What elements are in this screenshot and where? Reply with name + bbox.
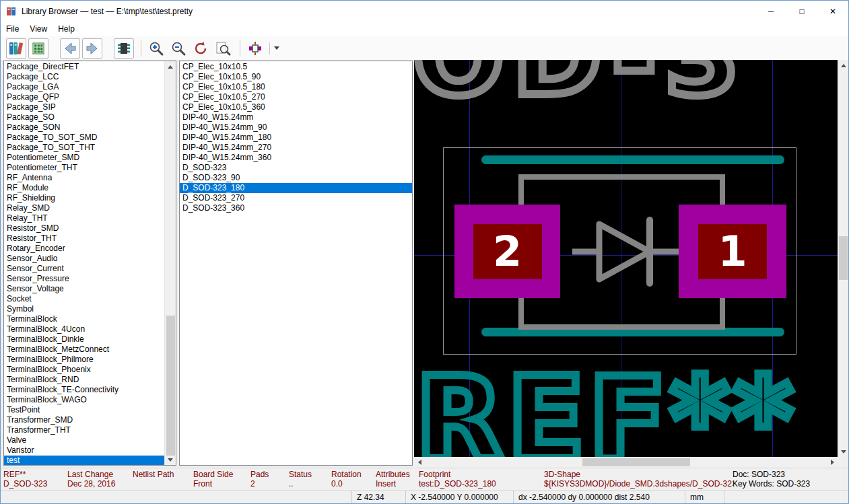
select-library-button[interactable] xyxy=(6,38,26,59)
scroll-up-arrow[interactable] xyxy=(838,60,849,71)
footprint-item[interactable]: CP_Elec_10x10.5_180 xyxy=(180,82,412,92)
footprint-item[interactable]: D_SOD-323_90 xyxy=(180,173,412,183)
library-list-scrollbar[interactable] xyxy=(164,61,176,465)
close-button[interactable]: ✕ xyxy=(817,1,848,22)
library-item[interactable]: Package_SON xyxy=(4,122,164,133)
pad-2[interactable]: 2 xyxy=(454,205,560,298)
minimize-button[interactable]: ─ xyxy=(755,1,786,22)
status-field: Footprint test:D_SOD-323_180 xyxy=(419,470,544,489)
coordbar-spacer xyxy=(1,491,351,504)
scroll-thumb[interactable] xyxy=(582,458,690,466)
library-item[interactable]: Transformer_SMD xyxy=(4,415,164,425)
title-bar[interactable]: Library Browser — test — E:\tmp\test\tes… xyxy=(1,1,848,22)
status-label: Doc: SOD-323 xyxy=(733,470,846,479)
footprint-item[interactable]: CP_Elec_10x10.5_90 xyxy=(180,72,412,82)
library-item[interactable]: TerminalBlock_WAGO xyxy=(4,395,164,405)
scroll-thumb[interactable] xyxy=(166,316,175,456)
redraw-view-button[interactable] xyxy=(191,38,211,59)
scroll-up-arrow[interactable] xyxy=(165,61,176,72)
select-footprint-button[interactable] xyxy=(28,38,48,59)
menu-item[interactable]: File xyxy=(1,22,24,36)
library-item[interactable]: Package_TO_SOT_THT xyxy=(4,143,164,153)
library-item[interactable]: Sensor_Audio xyxy=(4,254,164,264)
library-item[interactable]: TerminalBlock_Phoenix xyxy=(4,365,164,375)
footprint-item[interactable]: DIP-40_W15.24mm xyxy=(180,112,412,122)
footprint-item[interactable]: D_SOD-323_180 xyxy=(180,183,412,193)
library-item[interactable]: TerminalBlock_RND xyxy=(4,375,164,385)
library-item[interactable]: Package_SIP xyxy=(4,102,164,112)
menu-item[interactable]: Help xyxy=(53,22,80,36)
library-item[interactable]: Rotary_Encoder xyxy=(4,244,164,254)
footprint-panel: CP_Elec_10x10.5CP_Elec_10x10.5_90CP_Elec… xyxy=(179,61,413,466)
footprint-item[interactable]: CP_Elec_10x10.5 xyxy=(180,62,412,72)
footprint-item[interactable]: CP_Elec_10x10.5_270 xyxy=(180,92,412,102)
scroll-left-arrow[interactable] xyxy=(414,457,425,468)
export-dropdown-button[interactable] xyxy=(272,38,281,59)
canvas-horizontal-scrollbar[interactable] xyxy=(414,457,838,468)
library-item[interactable]: Potentiometer_SMD xyxy=(4,153,164,163)
library-item[interactable]: Sensor_Current xyxy=(4,264,164,274)
library-item[interactable]: TerminalBlock_MetzConnect xyxy=(4,345,164,355)
footprint-item[interactable]: DIP-40_W15.24mm_360 xyxy=(180,153,412,163)
library-item[interactable]: RF_Module xyxy=(4,183,164,193)
pad-number-plate: 1 xyxy=(698,224,767,279)
library-item[interactable]: Sensor_Voltage xyxy=(4,284,164,294)
library-item[interactable]: Symbol xyxy=(4,304,164,314)
footprint-item[interactable]: D_SOD-323 xyxy=(180,163,412,173)
library-item[interactable]: Potentiometer_THT xyxy=(4,163,164,173)
export-footprint-button[interactable] xyxy=(245,38,265,59)
silkscreen-line-top xyxy=(481,155,784,164)
library-item[interactable]: test xyxy=(4,456,164,465)
footprint-item[interactable]: DIP-40_W15.24mm_180 xyxy=(180,133,412,143)
scroll-thumb[interactable] xyxy=(839,236,848,280)
library-item[interactable]: TerminalBlock_TE-Connectivity xyxy=(4,385,164,395)
zoom-in-button[interactable] xyxy=(146,38,166,59)
library-item[interactable]: Package_LGA xyxy=(4,82,164,92)
footprint-item[interactable]: D_SOD-323_360 xyxy=(180,203,412,213)
library-item[interactable]: Package_SO xyxy=(4,112,164,122)
menu-item[interactable]: View xyxy=(24,22,53,36)
insert-footprint-button[interactable] xyxy=(114,38,134,59)
library-item[interactable]: Socket xyxy=(4,294,164,304)
library-item[interactable]: Package_QFP xyxy=(4,92,164,102)
footprint-item[interactable]: CP_Elec_10x10.5_360 xyxy=(180,102,412,112)
footprint-item[interactable]: D_SOD-323_270 xyxy=(180,193,412,203)
scroll-down-arrow[interactable] xyxy=(165,454,176,465)
status-field: Doc: SOD-323 Key Words: SOD-323 xyxy=(733,470,846,489)
library-item[interactable]: TerminalBlock xyxy=(4,314,164,324)
status-value: Key Words: SOD-323 xyxy=(733,479,846,489)
scroll-right-arrow[interactable] xyxy=(827,457,838,468)
status-field: Rotation 0.0 xyxy=(331,470,376,489)
previous-footprint-button[interactable] xyxy=(60,38,80,59)
zoom-fit-button[interactable] xyxy=(213,38,233,59)
scroll-down-arrow[interactable] xyxy=(838,446,849,457)
library-item[interactable]: Resistor_THT xyxy=(4,233,164,244)
library-item[interactable]: Package_DirectFET xyxy=(4,62,164,72)
library-item[interactable]: RF_Shielding xyxy=(4,193,164,203)
library-item[interactable]: Sensor_Pressure xyxy=(4,274,164,284)
canvas-vertical-scrollbar[interactable] xyxy=(838,60,849,457)
library-item[interactable]: Relay_THT xyxy=(4,213,164,223)
library-item[interactable]: TerminalBlock_Philmore xyxy=(4,355,164,365)
library-item[interactable]: RF_Antenna xyxy=(4,173,164,183)
zoom-out-button[interactable] xyxy=(168,38,189,59)
library-item[interactable]: Varistor xyxy=(4,445,164,456)
library-item[interactable]: TestPoint xyxy=(4,405,164,415)
library-item[interactable]: Resistor_SMD xyxy=(4,223,164,233)
pad-1[interactable]: 1 xyxy=(679,205,786,298)
library-item[interactable]: TerminalBlock_Dinkle xyxy=(4,334,164,345)
status-label: REF** xyxy=(3,470,67,479)
library-item[interactable]: TerminalBlock_4Ucon xyxy=(4,324,164,334)
footprint-item[interactable]: DIP-40_W15.24mm_90 xyxy=(180,122,412,133)
footprint-preview-canvas[interactable]: OD-3 REF** 2 1 xyxy=(414,60,838,457)
status-value: test:D_SOD-323_180 xyxy=(419,479,544,489)
library-item[interactable]: Package_LCC xyxy=(4,72,164,82)
next-footprint-button[interactable] xyxy=(82,38,102,59)
library-item[interactable]: Relay_SMD xyxy=(4,203,164,213)
library-item[interactable]: Transformer_THT xyxy=(4,425,164,435)
library-item[interactable]: Valve xyxy=(4,435,164,445)
relative-position: dx -2.540000 dy 0.000000 dist 2.540 xyxy=(513,491,685,504)
footprint-item[interactable]: DIP-40_W15.24mm_270 xyxy=(180,143,412,153)
library-item[interactable]: Package_TO_SOT_SMD xyxy=(4,133,164,143)
maximize-button[interactable]: □ xyxy=(786,1,817,22)
